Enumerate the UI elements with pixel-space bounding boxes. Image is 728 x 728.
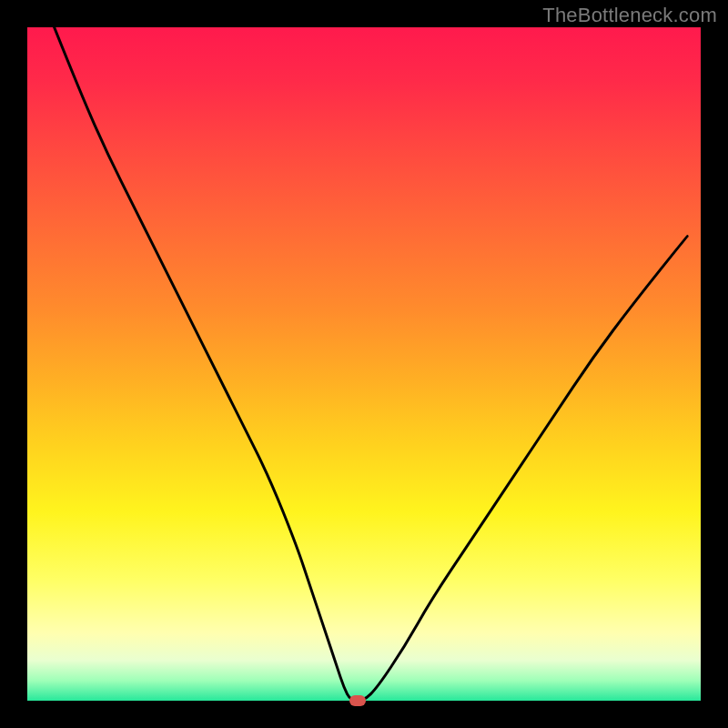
plot-area (27, 27, 701, 701)
bottleneck-curve-path (55, 27, 688, 701)
minimum-marker (349, 695, 366, 706)
curve-svg (27, 27, 701, 701)
watermark-text: TheBottleneck.com (542, 4, 717, 27)
chart-frame: TheBottleneck.com (0, 0, 728, 728)
